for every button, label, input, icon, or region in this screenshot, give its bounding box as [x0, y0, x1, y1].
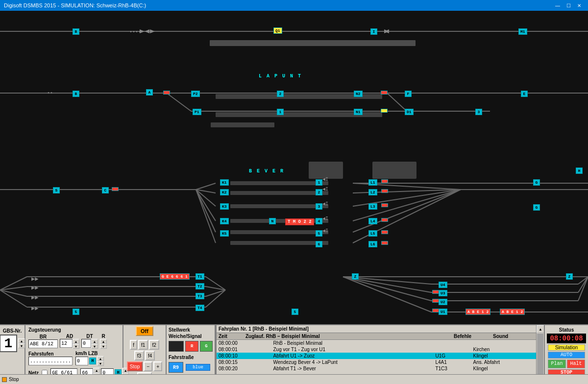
auto-button[interactable]: AUTO	[548, 352, 585, 358]
signal-u3-bot[interactable]: U3	[439, 290, 447, 296]
close-button[interactable]: ✕	[574, 1, 584, 9]
signal-u4-bot[interactable]: U4	[439, 282, 447, 288]
plan-button[interactable]: Plan	[548, 360, 566, 368]
signal-n2-lap[interactable]: N2	[354, 91, 363, 97]
signal-l1-bev[interactable]: L1	[368, 179, 377, 186]
signal-i1-top[interactable]: I	[370, 28, 377, 35]
log-row[interactable]: 08:00:10 Abfahrt U1 -> Zuoz U1G Klingel	[217, 353, 544, 359]
signal-k3-bev[interactable]: K3	[220, 203, 229, 210]
signal-3-bev[interactable]: 3	[316, 203, 322, 210]
kmh-down[interactable]: ▼	[97, 361, 104, 366]
ad-down[interactable]: ▼	[73, 344, 79, 349]
ad-up[interactable]: ▲	[73, 339, 79, 344]
signal-5-bev[interactable]: 5	[316, 230, 322, 237]
signal-5-bot-l[interactable]: 5	[73, 309, 79, 315]
signal-z-right[interactable]: Z	[566, 273, 573, 280]
signal-u2-bot[interactable]: U2	[439, 299, 447, 305]
dt-up[interactable]: ▲	[91, 339, 98, 344]
signal-p2-lap[interactable]: P2	[191, 91, 200, 97]
signal-2-lap[interactable]: 2	[277, 91, 284, 97]
dt-down[interactable]: ▼	[91, 344, 98, 349]
signal-k1-bev[interactable]: K1	[220, 179, 229, 186]
ge-up[interactable]: ▲	[93, 368, 100, 373]
signal-t4-bot[interactable]: T4	[196, 305, 204, 311]
log-cell-befehle: L4A1	[433, 359, 471, 365]
weiche-green-btn[interactable]: G	[200, 341, 213, 352]
signal-ge6661-bot[interactable]: G E 6 6 6 1	[160, 273, 190, 280]
signal-d1-lap[interactable]: D1	[405, 109, 414, 115]
log-row[interactable]: 08:00:01 Zug vor T1 - Zug vor U1 Kirchen	[217, 346, 544, 353]
signal-c-bev[interactable]: C	[102, 187, 109, 193]
f3-button[interactable]: f3	[134, 351, 144, 360]
r-up[interactable]: ▲	[100, 339, 107, 344]
signal-l6-bev[interactable]: L6	[368, 241, 377, 247]
log-row[interactable]: 08:00:15 Wendezug Bever 4 -> LaPunt L4A1…	[217, 359, 544, 365]
f4-button[interactable]: f4	[145, 351, 155, 360]
signal-k4-bev[interactable]: K4	[220, 218, 229, 224]
gbs-down-button[interactable]: ▼	[18, 343, 25, 348]
signal-b-lap[interactable]: B	[73, 91, 79, 97]
signal-k2-bev[interactable]: K2	[220, 189, 229, 195]
signal-abe12-2[interactable]: A B E 1 2	[500, 309, 525, 315]
signal-b-top[interactable]: B	[73, 28, 79, 35]
signal-1-bev[interactable]: 1	[316, 179, 322, 186]
fahrstrasse-blue[interactable]: blue	[186, 364, 210, 371]
signal-a-lap[interactable]: A	[146, 89, 153, 96]
halt-button[interactable]: Halt	[567, 360, 585, 368]
f-button[interactable]: f	[130, 340, 137, 350]
train-tmo22[interactable]: T M O 2 2	[285, 218, 314, 225]
r-down[interactable]: ▼	[100, 344, 107, 349]
fahrstufen-input[interactable]	[28, 357, 73, 365]
signal-4-bev[interactable]: 4	[316, 218, 322, 224]
minimize-button[interactable]: —	[553, 1, 563, 9]
minus-button[interactable]: −	[144, 361, 152, 371]
f1-button[interactable]: f1	[138, 340, 148, 350]
off-button[interactable]: Off	[136, 326, 153, 336]
f2-button[interactable]: f2	[149, 340, 159, 350]
signal-l2-bev[interactable]: L2	[368, 189, 377, 195]
signal-6-bev[interactable]: 6	[316, 241, 322, 247]
fahrstrasse-value[interactable]: R9	[169, 362, 183, 373]
signal-e-lap[interactable]: E	[521, 91, 528, 97]
gbs-up-button[interactable]: ▲	[18, 338, 25, 343]
signal-z-mid[interactable]: Z	[352, 273, 359, 280]
log-row[interactable]: 08:00:20 Abfahrt T1 -> Bever T1C3 Klinge…	[217, 365, 544, 372]
signal-g2-bev[interactable]: G	[533, 204, 540, 211]
signal-k5-bev[interactable]: K5	[220, 230, 229, 237]
ad-input[interactable]	[60, 339, 73, 348]
stop-button[interactable]: Stop	[127, 361, 143, 371]
scroll-up[interactable]: ▲	[537, 325, 544, 333]
signal-1-lap[interactable]: 1	[277, 109, 284, 115]
signal-5-bot-r[interactable]: 5	[292, 309, 298, 315]
signal-t3-bot[interactable]: T3	[196, 293, 204, 299]
signal-2-bev[interactable]: 2	[316, 189, 322, 195]
signal-g-bev[interactable]: G	[533, 179, 540, 186]
simulation-button[interactable]: Simulation	[548, 344, 585, 351]
signal-q1-top[interactable]: Q1	[273, 27, 282, 34]
scroll-thumb[interactable]	[537, 334, 543, 377]
signal-t2-bot[interactable]: T2	[196, 283, 204, 289]
plus-button[interactable]: +	[153, 361, 162, 371]
signal-m1-top[interactable]: M1	[518, 28, 527, 35]
dt-input[interactable]	[81, 339, 91, 348]
signal-u1-bot[interactable]: U1	[439, 309, 447, 315]
signal-l3-bev[interactable]: L3	[368, 203, 377, 210]
signal-p1-lap[interactable]: P1	[193, 109, 201, 115]
h-box[interactable]: H	[89, 358, 96, 364]
signal-s-bev[interactable]: S	[53, 187, 60, 193]
signal-h-bev[interactable]: H	[576, 168, 583, 174]
kmh-input[interactable]	[75, 357, 88, 365]
signal-3-lap[interactable]: 3	[475, 109, 482, 115]
signal-l5-bev[interactable]: L5	[368, 230, 377, 237]
weiche-red-btn[interactable]: R	[185, 341, 198, 352]
signal-l4-bev[interactable]: L4	[368, 218, 377, 224]
signal-t1-bot[interactable]: T1	[196, 273, 204, 280]
maximize-button[interactable]: ☐	[564, 1, 573, 9]
signal-n-bev[interactable]: N	[269, 218, 276, 224]
kmh-up[interactable]: ▲	[97, 356, 104, 361]
br-input[interactable]	[28, 339, 58, 348]
signal-abe12-1[interactable]: A B E 1 2	[466, 309, 490, 315]
signal-n1-lap[interactable]: N1	[354, 109, 363, 115]
signal-f-lap[interactable]: F	[405, 91, 412, 97]
log-row[interactable]: 08:00:00 RhB - Beispiel Minimal	[217, 340, 544, 346]
